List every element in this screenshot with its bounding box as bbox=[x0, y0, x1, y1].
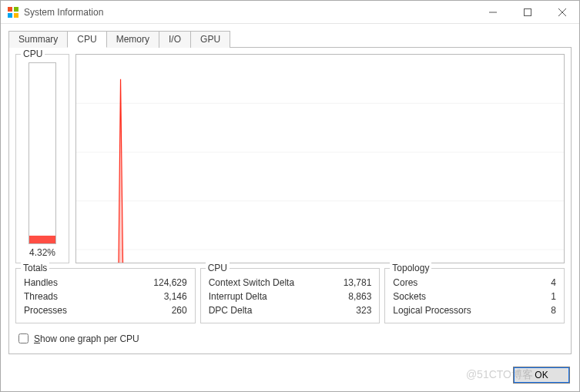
stat-value: 260 bbox=[116, 304, 188, 317]
tabs: Summary CPU Memory I/O GPU bbox=[8, 30, 572, 47]
table-row: DPC Delta323 bbox=[207, 304, 374, 317]
cpu-gauge-fieldset: CPU 4.32% bbox=[15, 54, 69, 263]
table-row: Threads3,146 bbox=[22, 290, 189, 303]
cpu-history-graph bbox=[75, 54, 565, 263]
stat-value: 1 bbox=[542, 290, 558, 303]
stat-value: 13,781 bbox=[330, 276, 374, 289]
stat-label: Logical Processors bbox=[391, 304, 541, 317]
topology-legend: Topology bbox=[390, 263, 431, 273]
cpu-stats-legend: CPU bbox=[206, 263, 230, 273]
app-icon bbox=[7, 6, 19, 18]
cpu-history-svg bbox=[76, 55, 564, 263]
stat-value: 8 bbox=[542, 304, 558, 317]
stat-label: Handles bbox=[22, 276, 114, 289]
topology-fieldset: Topology Cores4Sockets1Logical Processor… bbox=[384, 268, 565, 323]
tab-summary[interactable]: Summary bbox=[8, 31, 68, 48]
table-row: Cores4 bbox=[391, 276, 558, 289]
cpu-stats-fieldset: CPU Context Switch Delta13,781Interrupt … bbox=[200, 268, 381, 323]
stat-label: Cores bbox=[391, 276, 541, 289]
window-title: System Information bbox=[24, 7, 475, 18]
tab-gpu[interactable]: GPU bbox=[190, 31, 230, 48]
cpu-gauge-bar bbox=[28, 62, 56, 244]
show-one-graph-per-cpu-checkbox[interactable] bbox=[18, 333, 28, 343]
totals-legend: Totals bbox=[21, 263, 49, 273]
tab-pane-cpu: CPU 4.32% Totals Handles124,629Threads3,… bbox=[8, 47, 572, 354]
system-information-window: System Information Summary CPU Memory I/… bbox=[0, 0, 580, 392]
table-row: Logical Processors8 bbox=[391, 304, 558, 317]
svg-rect-5 bbox=[524, 8, 531, 15]
table-row: Context Switch Delta13,781 bbox=[207, 276, 374, 289]
cpu-gauge-percent: 4.32% bbox=[29, 247, 55, 258]
maximize-button[interactable] bbox=[510, 1, 545, 23]
cpu-gauge-fill bbox=[29, 236, 55, 243]
stat-label: Context Switch Delta bbox=[207, 276, 329, 289]
tab-memory[interactable]: Memory bbox=[106, 31, 159, 48]
svg-rect-1 bbox=[14, 7, 18, 12]
stat-value: 8,863 bbox=[330, 290, 374, 303]
svg-rect-2 bbox=[8, 13, 12, 18]
titlebar[interactable]: System Information bbox=[1, 1, 579, 24]
stat-value: 124,629 bbox=[116, 276, 188, 289]
stat-label: Interrupt Delta bbox=[207, 290, 329, 303]
table-row: Processes260 bbox=[22, 304, 189, 317]
stat-label: Threads bbox=[22, 290, 114, 303]
table-row: Handles124,629 bbox=[22, 276, 189, 289]
stat-label: DPC Delta bbox=[207, 304, 329, 317]
table-row: Interrupt Delta8,863 bbox=[207, 290, 374, 303]
totals-fieldset: Totals Handles124,629Threads3,146Process… bbox=[15, 268, 196, 323]
show-one-graph-per-cpu-label[interactable]: Show one graph per CPU bbox=[34, 333, 139, 344]
stat-label: Processes bbox=[22, 304, 114, 317]
svg-rect-3 bbox=[14, 13, 18, 18]
svg-rect-0 bbox=[8, 7, 12, 12]
cpu-gauge-legend: CPU bbox=[21, 49, 45, 59]
stat-label: Sockets bbox=[391, 290, 541, 303]
tab-io[interactable]: I/O bbox=[159, 31, 191, 48]
stat-value: 3,146 bbox=[116, 290, 188, 303]
tab-cpu[interactable]: CPU bbox=[67, 31, 106, 48]
stat-value: 323 bbox=[330, 304, 374, 317]
close-button[interactable] bbox=[545, 1, 579, 23]
ok-button[interactable]: OK bbox=[513, 367, 570, 384]
table-row: Sockets1 bbox=[391, 290, 558, 303]
minimize-button[interactable] bbox=[475, 1, 510, 23]
stat-value: 4 bbox=[542, 276, 558, 289]
